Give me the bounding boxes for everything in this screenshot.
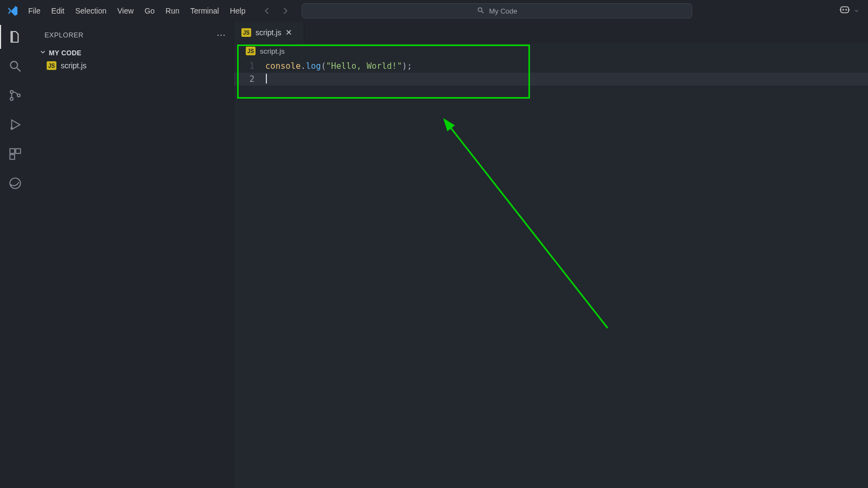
code-editor[interactable]: 1 console.log("Hello, World!"); 2 xyxy=(234,59,868,86)
svg-point-0 xyxy=(478,8,482,11)
svg-rect-15 xyxy=(10,155,15,159)
menubar: File Edit Selection View Go Run Terminal… xyxy=(23,4,251,17)
title-right xyxy=(839,4,859,18)
search-icon xyxy=(477,7,484,16)
activity-search[interactable] xyxy=(5,56,25,76)
svg-line-1 xyxy=(482,11,484,13)
back-button[interactable] xyxy=(260,4,275,18)
js-file-icon: JS xyxy=(241,28,251,37)
menu-view[interactable]: View xyxy=(112,4,139,17)
svg-rect-13 xyxy=(10,149,15,153)
menu-run[interactable]: Run xyxy=(160,4,185,17)
tabbar: JS script.js ✕ xyxy=(234,22,868,43)
copilot-icon[interactable] xyxy=(839,4,851,18)
tab-script-js[interactable]: JS script.js ✕ xyxy=(234,22,304,43)
titlebar: File Edit Selection View Go Run Terminal… xyxy=(0,0,868,22)
line-number: 2 xyxy=(234,73,265,86)
svg-point-9 xyxy=(10,91,13,93)
activity-source-control[interactable] xyxy=(5,86,25,105)
file-name: script.js xyxy=(61,61,86,70)
sidebar-explorer: EXPLORER ··· MY CODE JS script.js xyxy=(30,22,234,488)
editor-area: JS script.js ✕ JS script.js 1 console.lo… xyxy=(234,22,868,488)
activity-extensions[interactable] xyxy=(5,144,25,164)
svg-point-16 xyxy=(10,178,21,189)
explorer-header: EXPLORER ··· xyxy=(30,25,233,46)
forward-button[interactable] xyxy=(278,4,292,18)
line-content: console.log("Hello, World!"); xyxy=(265,60,412,73)
text-cursor xyxy=(266,74,267,84)
menu-help[interactable]: Help xyxy=(225,4,251,17)
workbench: EXPLORER ··· MY CODE JS script.js JS scr… xyxy=(0,22,868,488)
svg-point-12 xyxy=(10,127,12,129)
chevron-down-icon[interactable] xyxy=(854,6,859,16)
activity-run-debug[interactable] xyxy=(5,115,25,134)
breadcrumb[interactable]: JS script.js xyxy=(234,43,868,59)
menu-go[interactable]: Go xyxy=(139,4,160,17)
svg-rect-2 xyxy=(841,7,849,13)
svg-point-10 xyxy=(10,98,13,100)
command-center[interactable]: My Code xyxy=(302,3,692,18)
activity-bar xyxy=(0,22,30,488)
explorer-title: EXPLORER xyxy=(44,31,84,39)
breadcrumb-label: script.js xyxy=(260,47,285,55)
command-center-label: My Code xyxy=(489,7,517,15)
svg-rect-14 xyxy=(16,149,21,153)
activity-edge-tools[interactable] xyxy=(5,174,25,193)
code-line-1[interactable]: 1 console.log("Hello, World!"); xyxy=(234,60,868,73)
folder-name: MY CODE xyxy=(49,49,81,57)
svg-line-8 xyxy=(17,68,21,72)
js-file-icon: JS xyxy=(47,61,56,70)
chevron-down-icon xyxy=(39,48,47,57)
svg-point-4 xyxy=(845,9,847,11)
menu-edit[interactable]: Edit xyxy=(46,4,70,17)
menu-file[interactable]: File xyxy=(23,4,46,17)
activity-explorer[interactable] xyxy=(5,27,25,47)
svg-point-11 xyxy=(17,94,20,97)
file-item-script-js[interactable]: JS script.js xyxy=(30,60,233,72)
svg-point-7 xyxy=(10,61,17,68)
menu-terminal[interactable]: Terminal xyxy=(185,4,225,17)
vscode-logo-icon xyxy=(5,4,20,18)
js-file-icon: JS xyxy=(246,47,256,55)
nav-arrows xyxy=(260,4,292,18)
line-number: 1 xyxy=(234,60,265,73)
menu-selection[interactable]: Selection xyxy=(70,4,112,17)
folder-header[interactable]: MY CODE xyxy=(30,46,233,60)
tab-label: script.js xyxy=(256,28,281,37)
line-content xyxy=(265,73,267,86)
svg-point-3 xyxy=(843,9,844,11)
explorer-more-icon[interactable]: ··· xyxy=(216,29,226,41)
close-icon[interactable]: ✕ xyxy=(285,28,292,37)
